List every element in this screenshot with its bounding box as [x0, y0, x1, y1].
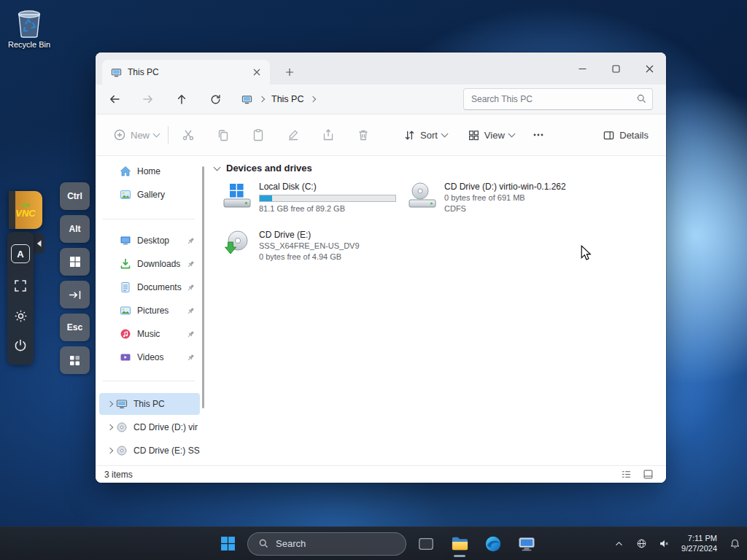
notification-center[interactable] [725, 533, 744, 555]
status-bar: 3 items [96, 465, 666, 483]
tab-key-icon [69, 290, 82, 300]
expand-chevron-icon[interactable] [104, 402, 116, 406]
large-icons-view-toggle[interactable] [638, 467, 657, 482]
sort-button[interactable]: Sort [398, 125, 453, 146]
drive-free-space: 81.1 GB free of 89.2 GB [259, 203, 396, 214]
title-bar[interactable]: This PC [96, 52, 666, 85]
chevron-down-icon [214, 164, 221, 171]
globe-network-icon [636, 538, 647, 549]
expand-chevron-icon[interactable] [104, 448, 116, 453]
refresh-button[interactable] [204, 88, 227, 111]
taskbar-search[interactable]: Search [247, 532, 406, 556]
pin-icon [187, 354, 195, 362]
sidebar-item-videos[interactable]: Videos [99, 346, 200, 368]
pin-icon [187, 330, 195, 338]
rename-button[interactable] [281, 122, 306, 147]
sidebar-item-this-pc[interactable]: This PC [99, 393, 200, 415]
taskbar: Search [0, 526, 747, 560]
paste-button[interactable] [246, 122, 271, 147]
sidebar-item-cd-drive-e[interactable]: CD Drive (E:) SSS [99, 440, 200, 462]
more-options-button[interactable] [526, 122, 551, 147]
sidebar-item-documents[interactable]: Documents [99, 276, 200, 298]
tray-chevron-up[interactable] [609, 533, 628, 555]
close-button[interactable] [632, 52, 666, 85]
sidebar-label: Home [137, 166, 200, 176]
maximize-button[interactable] [599, 52, 632, 85]
share-button[interactable] [316, 122, 341, 147]
windows-logo-icon [69, 256, 81, 268]
cut-button[interactable] [176, 122, 201, 147]
recycle-bin-icon [15, 7, 43, 38]
sidebar-label: CD Drive (E:) SSS [133, 446, 200, 456]
sidebar-item-pictures[interactable]: Pictures [99, 300, 200, 322]
sidebar-item-home[interactable]: Home [99, 160, 200, 182]
copy-button[interactable] [211, 122, 236, 147]
downloads-icon [120, 258, 131, 270]
forward-button[interactable] [136, 88, 160, 111]
notification-bell-icon [729, 538, 740, 549]
drive-cd-e[interactable]: CD Drive (E:) SSS_X64FRE_EN-US_DV9 0 byt… [222, 229, 405, 262]
explorer-tab[interactable]: This PC [102, 60, 270, 85]
ctrl-key-button[interactable]: Ctrl [60, 182, 90, 210]
sidebar-item-downloads[interactable]: Downloads [99, 253, 200, 275]
alt-key-button[interactable]: Alt [60, 215, 90, 243]
settings-gear-button[interactable] [14, 309, 28, 323]
back-button[interactable] [103, 88, 126, 111]
tab-title: This PC [128, 67, 248, 77]
sidebar-label: Gallery [137, 190, 200, 200]
sort-label: Sort [420, 130, 438, 141]
app-window-icon-button[interactable] [412, 530, 440, 558]
sidebar-item-gallery[interactable]: Gallery [99, 184, 200, 206]
start-button[interactable] [214, 530, 241, 558]
extra-keys-toggle-button[interactable] [60, 346, 90, 374]
recycle-bin-label: Recycle Bin [3, 40, 55, 49]
tab-close-button[interactable] [248, 63, 266, 81]
sidebar-label: CD Drive (D:) vir [133, 422, 200, 432]
power-disconnect-button[interactable] [14, 339, 27, 352]
sidebar-label: Documents [137, 282, 187, 292]
display-app-button[interactable] [513, 530, 541, 558]
volume-status[interactable] [654, 533, 673, 555]
breadcrumb-this-pc[interactable]: This PC [271, 94, 303, 104]
sidebar-scrollbar[interactable] [202, 166, 204, 408]
desktop: { "desktop": { "recycle_bin_label": "Rec… [0, 0, 747, 560]
pictures-icon [120, 305, 131, 316]
taskbar-clock[interactable]: 7:11 PM 9/27/2024 [677, 534, 721, 553]
view-label: View [484, 130, 505, 141]
view-button[interactable]: View [462, 125, 520, 146]
up-button[interactable] [170, 88, 193, 111]
sidebar-item-cd-drive-d[interactable]: CD Drive (D:) vir [99, 416, 200, 438]
file-explorer-button[interactable] [446, 530, 473, 558]
novnc-collapse-arrow[interactable] [34, 233, 44, 254]
breadcrumb[interactable]: This PC [241, 94, 315, 105]
videos-icon [120, 351, 131, 363]
fullscreen-button[interactable] [14, 279, 27, 292]
tab-key-button[interactable] [60, 281, 90, 308]
drive-free-space: 0 bytes free of 691 MB [444, 192, 566, 203]
explorer-search[interactable] [463, 88, 653, 110]
drive-local-disk-c[interactable]: Local Disk (C:) 81.1 GB free of 89.2 GB [222, 181, 405, 214]
esc-key-button[interactable]: Esc [60, 314, 90, 341]
drive-name: CD Drive (D:) virtio-win-0.1.262 [444, 182, 566, 192]
minimize-button[interactable] [565, 52, 599, 85]
details-view-toggle[interactable] [616, 467, 635, 482]
grid-dots-icon [69, 355, 80, 366]
windows-key-button[interactable] [60, 248, 90, 276]
new-tab-button[interactable] [281, 63, 298, 81]
search-input[interactable] [463, 88, 653, 110]
sidebar-item-music[interactable]: Music [99, 323, 200, 345]
new-button[interactable]: New [107, 124, 165, 146]
drive-volume-label: SSS_X64FRE_EN-US_DV9 [259, 241, 360, 252]
drive-cd-d[interactable]: CD Drive (D:) virtio-win-0.1.262 0 bytes… [408, 181, 590, 214]
network-status[interactable] [632, 533, 651, 555]
expand-chevron-icon[interactable] [104, 425, 116, 429]
keyboard-button[interactable]: A [11, 244, 30, 263]
details-label: Details [619, 130, 649, 141]
novnc-handle[interactable]: no VNC [9, 191, 42, 229]
recycle-bin[interactable]: Recycle Bin [3, 7, 55, 49]
details-button[interactable]: Details [597, 125, 654, 146]
sidebar-item-desktop[interactable]: Desktop [99, 230, 200, 252]
delete-button[interactable] [351, 122, 376, 147]
section-header-devices-and-drives[interactable]: Devices and drives [214, 163, 312, 174]
edge-browser-button[interactable] [479, 530, 507, 558]
